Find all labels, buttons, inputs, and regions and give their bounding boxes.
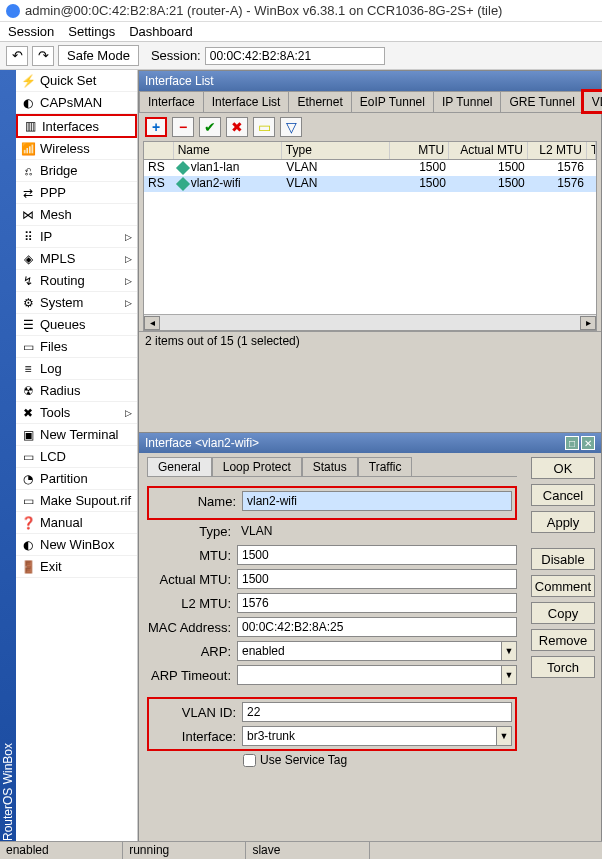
sidebar-item-manual[interactable]: ❓Manual	[16, 512, 137, 534]
sidebar-item-new-winbox[interactable]: ◐New WinBox	[16, 534, 137, 556]
vlan-icon	[176, 161, 190, 175]
vlanid-label: VLAN ID:	[152, 705, 242, 720]
row-vlan-id: VLAN ID:	[152, 702, 512, 722]
filter-button[interactable]: ▽	[280, 117, 302, 137]
sidebar-item-bridge[interactable]: ⎌Bridge	[16, 160, 137, 182]
sidebar-item-label: PPP	[40, 185, 66, 200]
tab-interface-list[interactable]: Interface List	[203, 91, 290, 112]
arp-dropdown[interactable]: ▼	[502, 641, 517, 661]
sidebar-item-label: Make Supout.rif	[40, 493, 131, 508]
tab-loop-protect[interactable]: Loop Protect	[212, 457, 302, 476]
sidebar-item-partition[interactable]: ◔Partition	[16, 468, 137, 490]
remove-button[interactable]: −	[172, 117, 194, 137]
sidebar-item-label: Partition	[40, 471, 88, 486]
vlanid-input[interactable]	[242, 702, 512, 722]
table-row[interactable]: RSvlan1-lanVLAN150015001576	[144, 160, 596, 176]
close-icon[interactable]: ✕	[581, 436, 595, 450]
amtu-label: Actual MTU:	[147, 572, 237, 587]
apply-button[interactable]: Apply	[531, 511, 595, 533]
sidebar-item-label: Routing	[40, 273, 85, 288]
tab-ethernet[interactable]: Ethernet	[288, 91, 351, 112]
sidebar-item-log[interactable]: ≡Log	[16, 358, 137, 380]
sidebar-item-files[interactable]: ▭Files	[16, 336, 137, 358]
type-label: Type:	[147, 524, 237, 539]
sidebar-item-make-supout-rif[interactable]: ▭Make Supout.rif	[16, 490, 137, 512]
left-brand-strip: RouterOS WinBox	[0, 70, 16, 841]
sidebar-item-exit[interactable]: 🚪Exit	[16, 556, 137, 578]
sidebar-item-label: CAPsMAN	[40, 95, 102, 110]
undo-button[interactable]: ↶	[6, 46, 28, 66]
status-extra	[370, 842, 602, 859]
disable-button[interactable]: ✖	[226, 117, 248, 137]
mtu-input[interactable]	[237, 545, 517, 565]
torch-button[interactable]: Torch	[531, 656, 595, 678]
sidebar-item-interfaces[interactable]: ▥Interfaces	[16, 114, 137, 138]
menu-dashboard[interactable]: Dashboard	[129, 24, 193, 39]
sidebar-item-routing[interactable]: ↯Routing▷	[16, 270, 137, 292]
sidebar-item-label: Quick Set	[40, 73, 96, 88]
use-service-tag-checkbox[interactable]	[243, 754, 256, 767]
tab-gre-tunnel[interactable]: GRE Tunnel	[500, 91, 583, 112]
sidebar-item-ppp[interactable]: ⇄PPP	[16, 182, 137, 204]
arpt-input[interactable]	[237, 665, 502, 685]
name-input[interactable]	[242, 491, 512, 511]
tab-eoip-tunnel[interactable]: EoIP Tunnel	[351, 91, 434, 112]
new terminal-icon: ▣	[21, 428, 35, 442]
tab-general[interactable]: General	[147, 457, 212, 476]
col-type[interactable]: Type	[282, 142, 390, 159]
col-l2mtu[interactable]: L2 MTU	[528, 142, 587, 159]
h-scrollbar[interactable]: ◂ ▸	[144, 314, 596, 330]
tab-ip-tunnel[interactable]: IP Tunnel	[433, 91, 501, 112]
sidebar-item-radius[interactable]: ☢Radius	[16, 380, 137, 402]
mac-input[interactable]	[237, 617, 517, 637]
sidebar-item-capsman[interactable]: ◐CAPsMAN	[16, 92, 137, 114]
tab-traffic[interactable]: Traffic	[358, 457, 413, 476]
comment-button[interactable]: ▭	[253, 117, 275, 137]
col-mtu[interactable]: MTU	[390, 142, 449, 159]
tools-icon: ✖	[21, 406, 35, 420]
disable-button[interactable]: Disable	[531, 548, 595, 570]
sidebar-item-label: Log	[40, 361, 62, 376]
col-amtu[interactable]: Actual MTU	[449, 142, 528, 159]
sidebar-item-tools[interactable]: ✖Tools▷	[16, 402, 137, 424]
session-input[interactable]	[205, 47, 385, 65]
copy-button[interactable]: Copy	[531, 602, 595, 624]
add-button[interactable]: +	[145, 117, 167, 137]
comment-button[interactable]: Comment	[531, 575, 595, 597]
sidebar-item-mesh[interactable]: ⋈Mesh	[16, 204, 137, 226]
iface-dropdown[interactable]: ▼	[497, 726, 512, 746]
sidebar-item-system[interactable]: ⚙System▷	[16, 292, 137, 314]
redo-button[interactable]: ↷	[32, 46, 54, 66]
ok-button[interactable]: OK	[531, 457, 595, 479]
col-name[interactable]: Name	[174, 142, 282, 159]
sidebar-item-lcd[interactable]: ▭LCD	[16, 446, 137, 468]
detach-icon[interactable]: □	[565, 436, 579, 450]
col-tx[interactable]: Tx	[587, 142, 596, 159]
tab-status[interactable]: Status	[302, 457, 358, 476]
tab-vlan[interactable]: VLAN	[583, 91, 602, 112]
sidebar-item-wireless[interactable]: 📶Wireless	[16, 138, 137, 160]
l2-input[interactable]	[237, 593, 517, 613]
scroll-left-icon[interactable]: ◂	[144, 316, 160, 330]
quick set-icon: ⚡	[21, 74, 35, 88]
sidebar-item-new-terminal[interactable]: ▣New Terminal	[16, 424, 137, 446]
menu-session[interactable]: Session	[8, 24, 54, 39]
safe-mode-button[interactable]: Safe Mode	[58, 45, 139, 66]
arpt-dropdown[interactable]: ▼	[502, 665, 517, 685]
sidebar-item-mpls[interactable]: ◈MPLS▷	[16, 248, 137, 270]
interface-tabs: InterfaceInterface ListEthernetEoIP Tunn…	[139, 91, 601, 113]
sidebar-item-queues[interactable]: ☰Queues	[16, 314, 137, 336]
sidebar-item-ip[interactable]: ⠿IP▷	[16, 226, 137, 248]
enable-button[interactable]: ✔	[199, 117, 221, 137]
tab-interface[interactable]: Interface	[139, 91, 204, 112]
iface-value: br3-trunk	[242, 726, 497, 746]
queues-icon: ☰	[21, 318, 35, 332]
menu-settings[interactable]: Settings	[68, 24, 115, 39]
scroll-right-icon[interactable]: ▸	[580, 316, 596, 330]
cancel-button[interactable]: Cancel	[531, 484, 595, 506]
partition-icon: ◔	[21, 472, 35, 486]
remove-button[interactable]: Remove	[531, 629, 595, 651]
table-row[interactable]: RSvlan2-wifiVLAN150015001576	[144, 176, 596, 192]
sidebar-item-label: Mesh	[40, 207, 72, 222]
sidebar-item-quick-set[interactable]: ⚡Quick Set	[16, 70, 137, 92]
